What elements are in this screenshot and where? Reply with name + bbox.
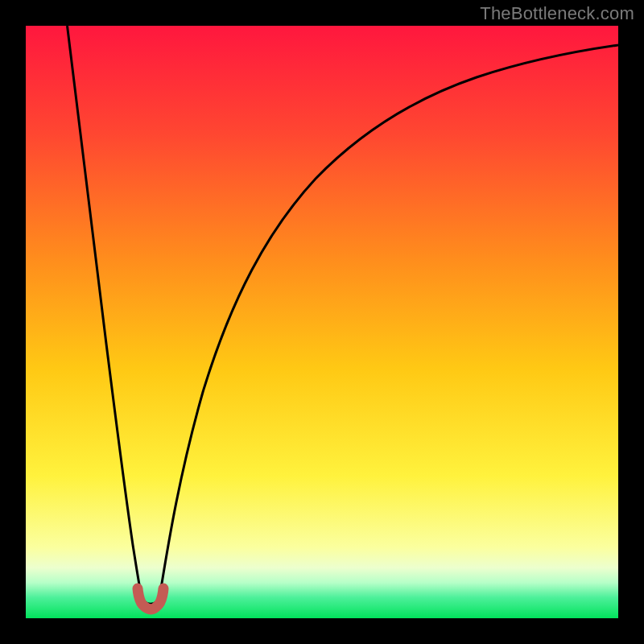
minimum-marker (138, 588, 163, 609)
watermark-text: TheBottleneck.com (480, 3, 634, 24)
bottleneck-curve (26, 26, 618, 618)
chart-frame: TheBottleneck.com (0, 0, 644, 644)
curve-path (68, 26, 619, 604)
plot-area (26, 26, 618, 618)
